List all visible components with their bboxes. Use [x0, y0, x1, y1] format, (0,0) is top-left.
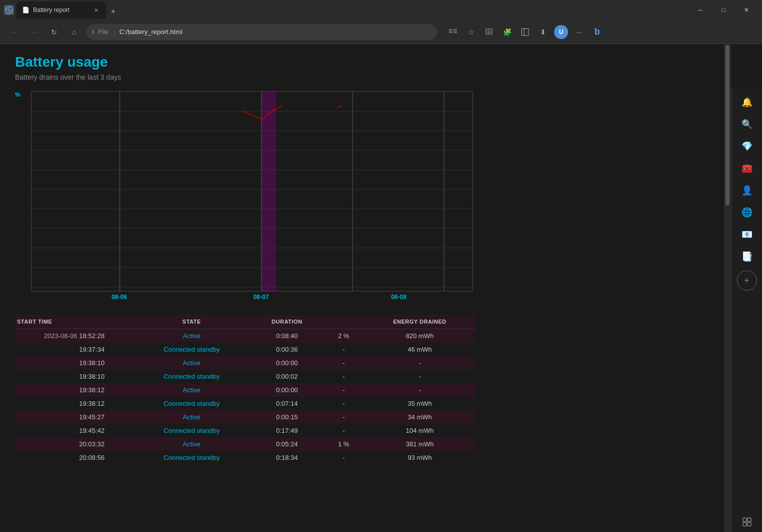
tab-bar: 📄 Battery report ✕ + — [16, 2, 687, 19]
title-bar: 📄 Battery report ✕ + ─ □ ✕ — [0, 0, 762, 20]
cell-duration: 0:05:24 — [250, 437, 324, 451]
sidebar-layout-button[interactable] — [737, 512, 757, 532]
cell-state: Active — [133, 383, 250, 397]
more-options-button[interactable]: ··· — [571, 24, 587, 40]
scrollbar-thumb[interactable] — [725, 45, 729, 205]
cell-pct: - — [324, 397, 364, 410]
battery-chart: % — [15, 91, 476, 305]
cell-energy: - — [364, 370, 476, 383]
refresh-button[interactable]: ↻ — [46, 24, 62, 40]
back-button[interactable]: ← — [6, 24, 22, 40]
sidebar-toggle-button[interactable] — [517, 24, 533, 40]
cell-duration: 0:07:14 — [250, 397, 324, 410]
cell-energy: - — [364, 383, 476, 397]
home-button[interactable]: ⌂ — [66, 24, 82, 40]
table-row: 19:38:10Connected standby0:00:02-- — [15, 370, 476, 383]
cell-state: Connected standby — [133, 451, 250, 464]
svg-rect-3 — [449, 32, 452, 33]
svg-rect-44 — [747, 522, 751, 526]
cell-time: 19:37:34 — [79, 343, 133, 356]
sidebar-extra-button[interactable]: 📑 — [737, 246, 757, 267]
sidebar-tools-button[interactable]: 🧰 — [737, 158, 757, 178]
cell-duration: 0:08:40 — [250, 329, 324, 343]
minimize-button[interactable]: ─ — [689, 0, 712, 20]
svg-rect-4 — [453, 29, 457, 30]
cell-pct: - — [324, 410, 364, 424]
cell-date — [15, 356, 79, 370]
battery-data-table: START TIME STATE DURATION ENERGY DRAINED… — [15, 315, 476, 464]
cell-date — [15, 343, 79, 356]
cell-state: Active — [133, 437, 250, 451]
cell-date — [15, 370, 79, 383]
cell-pct: - — [324, 343, 364, 356]
chart-y-label: % — [15, 91, 21, 98]
cell-time: 19:38:10 — [79, 370, 133, 383]
sidebar-bottom: ⚙ — [737, 512, 757, 532]
sidebar-office-button[interactable]: 🌐 — [737, 202, 757, 222]
maximize-button[interactable]: □ — [712, 0, 735, 20]
svg-rect-40 — [262, 92, 276, 292]
page-content: Battery usage Battery drains over the la… — [0, 44, 762, 532]
browser-logo-icon — [4, 5, 14, 15]
cell-date — [15, 410, 79, 424]
cell-state: Active — [133, 329, 250, 343]
svg-rect-43 — [743, 522, 746, 526]
tab-close-button[interactable]: ✕ — [92, 6, 100, 14]
cell-energy: 104 mWh — [364, 424, 476, 437]
cell-energy: - — [364, 356, 476, 370]
cell-time: 19:45:27 — [79, 410, 133, 424]
address-bar[interactable]: ℹ File | C:/battery_report.html — [86, 24, 437, 40]
cell-duration: 0:00:15 — [250, 410, 324, 424]
scrollbar[interactable] — [724, 44, 731, 532]
downloads-button[interactable]: ⬇ — [535, 24, 551, 40]
favorites-button[interactable]: ☆ — [463, 24, 479, 40]
new-tab-button[interactable]: + — [106, 5, 120, 19]
page-title: Battery usage — [15, 54, 709, 70]
th-state: STATE — [133, 315, 250, 329]
cell-state: Active — [133, 410, 250, 424]
cell-time: 19:38:12 — [79, 397, 133, 410]
browser-frame: 📄 Battery report ✕ + ─ □ ✕ ← → ↻ ⌂ ℹ Fil… — [0, 0, 762, 532]
sidebar-profile-button[interactable]: 👤 — [737, 180, 757, 200]
sidebar-add-button[interactable]: + — [737, 271, 757, 291]
table-row: 19:37:34Connected standby0:00:36-46 mWh — [15, 343, 476, 356]
cell-time: 19:45:42 — [79, 424, 133, 437]
th-duration: DURATION — [250, 315, 324, 329]
sidebar-search-button[interactable]: 🔍 — [737, 114, 757, 134]
cell-energy: 820 mWh — [364, 329, 476, 343]
table-row: 20:08:56Connected standby0:18:34-93 mWh — [15, 451, 476, 464]
cell-date — [15, 437, 79, 451]
cell-pct: - — [324, 356, 364, 370]
x-label-0808: 08-08 — [391, 294, 407, 301]
collections-button[interactable] — [481, 24, 497, 40]
read-mode-button[interactable] — [445, 24, 461, 40]
svg-rect-2 — [449, 31, 452, 32]
address-text: C:/battery_report.html — [119, 28, 182, 36]
svg-rect-42 — [747, 518, 751, 521]
account-button[interactable]: U — [553, 24, 569, 40]
extensions-button[interactable]: 🧩 — [499, 24, 515, 40]
sidebar-notifications-button[interactable]: 🔔 — [737, 92, 757, 112]
th-pct — [324, 315, 364, 329]
right-sidebar: 🔔 🔍 💎 🧰 👤 🌐 📧 📑 + ⚙ — [731, 88, 762, 532]
navigation-bar: ← → ↻ ⌂ ℹ File | C:/battery_report.html … — [0, 20, 762, 44]
x-label-0806: 08-06 — [112, 294, 127, 301]
active-tab[interactable]: 📄 Battery report ✕ — [16, 2, 106, 19]
cell-duration: 0:00:36 — [250, 343, 324, 356]
close-button[interactable]: ✕ — [735, 0, 758, 20]
chart-x-labels: 08-06 08-07 08-08 — [31, 294, 473, 305]
cell-time: 20:08:56 — [79, 451, 133, 464]
bing-chat-button[interactable]: b — [589, 24, 605, 40]
table-body: 2023-08-0618:52:28Active0:08:402 %820 mW… — [15, 329, 476, 465]
user-avatar: U — [554, 25, 568, 39]
sidebar-outlook-button[interactable]: 📧 — [737, 224, 757, 244]
cell-energy: 381 mWh — [364, 437, 476, 451]
sidebar-discover-button[interactable]: 💎 — [737, 136, 757, 156]
cell-pct: - — [324, 383, 364, 397]
cell-energy: 46 mWh — [364, 343, 476, 356]
tab-title: Battery report — [33, 7, 70, 14]
cell-energy: 34 mWh — [364, 410, 476, 424]
forward-button[interactable]: → — [26, 24, 42, 40]
cell-date — [15, 397, 79, 410]
tab-favicon-icon: 📄 — [22, 7, 29, 14]
